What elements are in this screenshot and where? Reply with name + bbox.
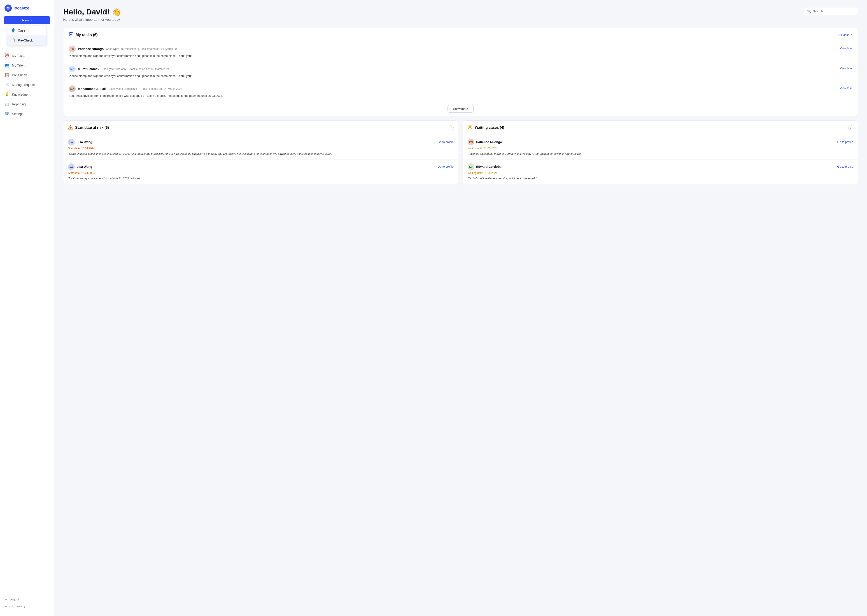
svg-point-1 xyxy=(8,8,9,9)
info-icon[interactable]: i xyxy=(449,125,454,130)
view-task-button[interactable]: View task xyxy=(840,85,852,90)
new-dropdown-menu: 👤 Case 📋 Pre-Check xyxy=(7,25,47,46)
person-description: "Patience paused her move to Germany and… xyxy=(468,152,853,156)
task-item: MS Murat Saldaev Case type: Visa only | … xyxy=(63,62,858,82)
sidebar-item-pre-check[interactable]: 📋 Pre-Check xyxy=(0,70,54,80)
page-header: Hello, David! 👋 Here is what's important… xyxy=(63,7,858,21)
clock-icon: ⏰ xyxy=(5,53,9,58)
warning-icon xyxy=(68,125,73,131)
dropdown-item-precheck[interactable]: 📋 Pre-Check xyxy=(8,35,47,45)
start-date-badge: Start date: 15.04.2024 xyxy=(68,171,454,174)
start-date-card: Start date at risk (6) i LW Lisa Wang Go… xyxy=(63,121,458,184)
waiting-date-badge: Waiting until: 01.05.2024 xyxy=(468,171,853,174)
privacy-link[interactable]: Privacy xyxy=(16,605,25,608)
avatar: EC xyxy=(468,163,474,170)
go-to-profile-link[interactable]: Go to profile xyxy=(438,140,454,144)
show-more-button[interactable]: Show more xyxy=(448,105,474,113)
sidebar-item-settings[interactable]: ⚙️ Settings › xyxy=(0,109,54,119)
logout-button[interactable]: → Logout xyxy=(5,596,19,603)
avatar: PN xyxy=(69,46,76,52)
waiting-cases-card: Waiting cases (4) i PN Patience Nuongo G… xyxy=(463,121,858,184)
tasks-card: My tasks (6) All tasks ↗ PN Patience Nuo… xyxy=(63,28,858,116)
waiting-person-item: PN Patience Nuongo Go to profile Waiting… xyxy=(463,135,858,160)
logo: localyze xyxy=(0,5,54,16)
new-button-container: New ▾ 👤 Case 📋 Pre-Check xyxy=(0,16,54,47)
search-bar[interactable]: 🔍 xyxy=(804,7,858,15)
tasks-card-header: My tasks (6) All tasks ↗ xyxy=(63,28,858,42)
person-description: "Lisa's embassy appointment is on March … xyxy=(68,176,454,181)
view-task-button[interactable]: View task xyxy=(840,66,852,70)
checkbox-icon xyxy=(69,32,73,38)
waiting-date-badge: Waiting until: 01.05.2024 xyxy=(468,147,853,150)
search-input[interactable] xyxy=(813,9,854,13)
logo-icon xyxy=(5,5,12,12)
risk-person-item: LW Lisa Wang Go to profile Start date: 1… xyxy=(63,160,458,184)
avatar: PN xyxy=(468,139,474,146)
new-button[interactable]: New ▾ xyxy=(4,16,50,24)
sidebar-item-my-talent[interactable]: 👥 My Talent xyxy=(0,60,54,70)
dropdown-item-case[interactable]: 👤 Case xyxy=(8,25,47,35)
svg-point-5 xyxy=(468,125,472,129)
mail-icon: ✉️ xyxy=(5,82,9,87)
clipboard-icon: 📋 xyxy=(5,72,9,77)
pause-icon xyxy=(468,125,473,131)
chevron-right-icon: › xyxy=(49,112,49,115)
person-description: "Lisa's embassy appointment is on March … xyxy=(68,152,454,156)
start-date-badge: Start date: 15.04.2024 xyxy=(68,147,454,150)
external-link-icon: ↗ xyxy=(850,33,852,36)
imprint-link[interactable]: Imprint xyxy=(5,605,13,608)
svg-rect-2 xyxy=(69,33,73,36)
gear-icon: ⚙️ xyxy=(5,112,9,116)
greeting-subtitle: Here is what's important for you today. xyxy=(63,17,121,21)
logo-text: localyze xyxy=(14,6,29,11)
risk-person-item: LW Lisa Wang Go to profile Start date: 1… xyxy=(63,135,458,160)
start-date-header: Start date at risk (6) i xyxy=(63,121,458,135)
sidebar-item-reporting[interactable]: 📊 Reporting xyxy=(0,99,54,109)
sidebar: localyze New ▾ 👤 Case 📋 Pre-Check ⏰ xyxy=(0,0,54,616)
sidebar-item-knowledge[interactable]: 💡 Knowledge xyxy=(0,90,54,99)
sidebar-item-my-tasks[interactable]: ⏰ My Tasks xyxy=(0,51,54,60)
sidebar-bottom: → Logout Imprint Privacy xyxy=(0,592,54,611)
waiting-cases-header: Waiting cases (4) i xyxy=(463,121,858,135)
all-tasks-link[interactable]: All tasks ↗ xyxy=(839,33,852,36)
people-icon: 👥 xyxy=(5,63,9,68)
start-date-title: Start date at risk (6) xyxy=(68,125,109,131)
main-content: Hello, David! 👋 Here is what's important… xyxy=(54,0,867,616)
go-to-profile-link[interactable]: Go to profile xyxy=(438,165,454,168)
avatar: LW xyxy=(68,163,75,170)
sidebar-item-manage-requests[interactable]: ✉️ Manage requests xyxy=(0,80,54,90)
precheck-icon: 📋 xyxy=(11,38,16,42)
footer-links: Imprint Privacy xyxy=(5,605,49,608)
greeting-section: Hello, David! 👋 Here is what's important… xyxy=(63,7,121,21)
greeting-title: Hello, David! 👋 xyxy=(63,7,121,16)
waiting-person-item: EC Edward Cordoba Go to profile Waiting … xyxy=(463,160,858,184)
logout-icon: → xyxy=(5,597,8,601)
info-icon[interactable]: i xyxy=(848,125,853,130)
svg-point-4 xyxy=(70,128,71,129)
chevron-down-icon: ▾ xyxy=(30,19,32,22)
chart-icon: 📊 xyxy=(5,102,9,107)
go-to-profile-link[interactable]: Go to profile xyxy=(837,165,853,168)
tasks-title: My tasks (6) xyxy=(69,32,98,38)
lightbulb-icon: 💡 xyxy=(5,92,9,97)
case-icon: 👤 xyxy=(11,28,16,33)
bottom-cards: Start date at risk (6) i LW Lisa Wang Go… xyxy=(63,121,858,184)
sidebar-nav: ⏰ My Tasks 👥 My Talent 📋 Pre-Check ✉️ Ma… xyxy=(0,49,54,592)
view-task-button[interactable]: View task xyxy=(840,46,852,50)
svg-rect-6 xyxy=(470,126,470,128)
task-item: PN Patience Nuongo Case type: Full reloc… xyxy=(63,42,858,62)
waiting-cases-title: Waiting cases (4) xyxy=(468,125,504,131)
svg-rect-7 xyxy=(470,126,471,128)
avatar: LW xyxy=(68,139,75,146)
avatar: MS xyxy=(69,66,76,72)
show-more-container: Show more xyxy=(63,102,858,116)
avatar: MA xyxy=(69,85,76,92)
task-item: MA Mohammed Al-Fari Case type: Full relo… xyxy=(63,82,858,102)
search-icon: 🔍 xyxy=(807,9,811,13)
person-description: "On hold until settlement permit appoint… xyxy=(468,176,853,181)
go-to-profile-link[interactable]: Go to profile xyxy=(837,140,853,144)
